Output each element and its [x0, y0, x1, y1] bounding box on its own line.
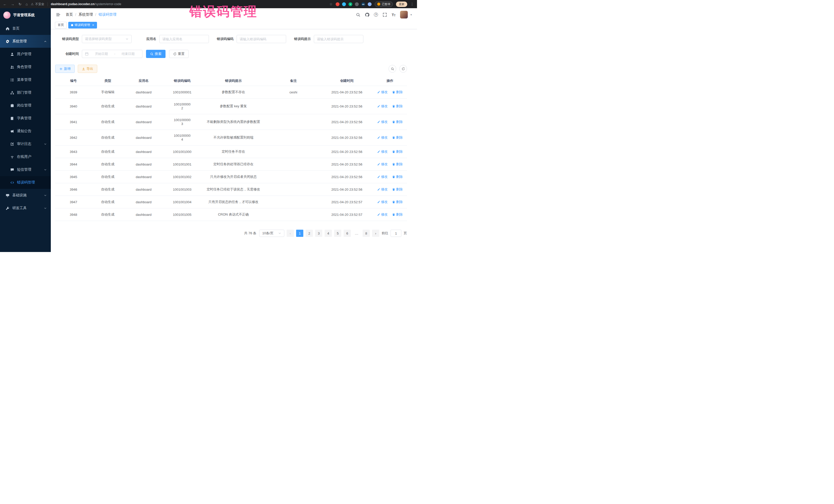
extension-icon[interactable] [368, 2, 372, 6]
sidebar-item[interactable]: 字典管理 [0, 112, 51, 125]
cell-time: 2021-04-20 23:52:56 [321, 158, 373, 171]
delete-link[interactable]: 删除 [392, 175, 403, 179]
menu-icon [10, 65, 14, 69]
sidebar-item[interactable]: 角色管理 [0, 61, 51, 73]
reload-button[interactable]: ↻ [19, 2, 22, 6]
avatar-caret-icon[interactable]: ▾ [410, 13, 412, 17]
breadcrumb-home[interactable]: 首页 [66, 12, 73, 17]
browser-menu-icon[interactable]: ⋮ [410, 2, 414, 6]
url-bar[interactable]: dashboard.yudao.iocoder.cn/system/error-… [51, 2, 121, 6]
bookmark-star-icon[interactable]: ☆ [329, 2, 333, 6]
cell-actions: 修改 删除 [373, 114, 407, 130]
page-button[interactable]: 1 [296, 230, 303, 237]
page-button[interactable]: 3 [315, 230, 322, 237]
goto-page-input[interactable] [391, 230, 401, 237]
sidebar-item[interactable]: 审计日志 [0, 137, 51, 150]
trash-icon [392, 120, 395, 124]
sidebar-item[interactable]: 菜单管理 [0, 73, 51, 86]
hamburger-icon[interactable] [56, 12, 61, 17]
page-button[interactable]: 8 [363, 230, 370, 237]
prev-page-button[interactable]: ‹ [287, 230, 294, 237]
tab-home[interactable]: 首页 [55, 22, 67, 28]
edit-link[interactable]: 修改 [377, 104, 388, 109]
delete-link[interactable]: 删除 [392, 187, 403, 192]
error-code-input[interactable] [240, 37, 283, 41]
edit-link[interactable]: 修改 [377, 212, 388, 217]
edit-link[interactable]: 修改 [377, 135, 388, 140]
next-page-button[interactable]: › [372, 230, 379, 237]
edit-link[interactable]: 修改 [377, 90, 388, 94]
page-button[interactable]: 5 [334, 230, 341, 237]
sidebar-item[interactable]: 在线用户 [0, 150, 51, 163]
sidebar-item-label: 字典管理 [17, 116, 47, 120]
edit-link[interactable]: 修改 [377, 200, 388, 204]
sidebar-item[interactable]: 首页 [0, 22, 51, 35]
search-button[interactable]: 搜索 [146, 50, 166, 58]
forward-button[interactable]: → [11, 2, 14, 6]
sidebar-item[interactable]: 研发工具 [0, 202, 51, 215]
refresh-icon [402, 67, 405, 70]
extension-icon[interactable]: on [361, 2, 365, 6]
page-size-select[interactable]: 10条/页 [259, 230, 284, 237]
sidebar-item[interactable]: 错误码管理 [0, 176, 51, 189]
page-button[interactable]: 6 [344, 230, 351, 237]
error-hint-input[interactable] [317, 37, 360, 41]
tab-close-icon[interactable]: × [92, 23, 94, 27]
error-hint-label: 错误码提示 [286, 37, 311, 41]
browser-home-button[interactable]: ⌂ [26, 2, 28, 6]
refresh-table-button[interactable] [399, 65, 407, 73]
update-button[interactable]: 更新 [396, 2, 407, 7]
edit-link[interactable]: 修改 [377, 187, 388, 192]
delete-link[interactable]: 删除 [392, 90, 403, 94]
page-button[interactable]: 2 [306, 230, 313, 237]
add-button[interactable]: 新增 [55, 65, 75, 73]
sidebar-item[interactable]: 部门管理 [0, 86, 51, 99]
date-range-picker[interactable]: 开始日期 - 结束日期 [82, 50, 142, 58]
cell-time: 2021-04-20 23:52:56 [321, 98, 373, 114]
help-icon[interactable]: ? [374, 13, 378, 17]
reset-button[interactable]: 重置 [169, 50, 189, 58]
sidebar-item[interactable]: 基础设施 [0, 189, 51, 202]
trash-icon [392, 213, 395, 216]
delete-link[interactable]: 删除 [392, 119, 403, 124]
toggle-search-button[interactable] [389, 65, 396, 73]
edit-link[interactable]: 修改 [377, 175, 388, 179]
sidebar-item[interactable]: 系统管理 [0, 35, 51, 48]
tab-error-code[interactable]: 错误码管理 × [68, 22, 97, 28]
profile-chip[interactable]: 已暂停 [375, 2, 393, 7]
delete-link[interactable]: 删除 [392, 200, 403, 204]
delete-link[interactable]: 删除 [392, 212, 403, 217]
sidebar-item[interactable]: 岗位管理 [0, 99, 51, 112]
table-row: 3944 自动生成 dashboard 1001001001 定时任务的处理器已… [55, 158, 407, 171]
extension-icon[interactable] [342, 2, 346, 6]
breadcrumb-system[interactable]: 系统管理 [79, 12, 93, 17]
sidebar-item[interactable]: 短信管理 [0, 163, 51, 176]
delete-link[interactable]: 删除 [392, 149, 403, 154]
app-name-input[interactable] [162, 37, 206, 41]
delete-link[interactable]: 删除 [392, 135, 403, 140]
export-button[interactable]: 导出 [78, 65, 97, 73]
back-button[interactable]: ← [3, 2, 7, 6]
menu-icon [10, 168, 14, 172]
delete-link[interactable]: 删除 [392, 104, 403, 109]
font-size-icon[interactable]: TT [392, 13, 395, 17]
fullscreen-icon[interactable] [382, 13, 387, 17]
sidebar-item[interactable]: 用户管理 [0, 48, 51, 61]
extension-icon[interactable] [336, 2, 339, 6]
search-icon[interactable] [356, 13, 360, 17]
error-type-select[interactable]: 请选择错误码类型 [82, 35, 132, 43]
page-button[interactable]: 4 [325, 230, 332, 237]
extension-icon[interactable] [355, 2, 359, 6]
table-row: 3946 自动生成 dashboard 1001001003 定时任务已经处于该… [55, 183, 407, 196]
extension-icon[interactable]: V [349, 2, 352, 6]
cell-actions: 修改 删除 [373, 171, 407, 183]
user-avatar[interactable] [400, 11, 408, 19]
github-icon[interactable] [365, 13, 369, 17]
delete-link[interactable]: 删除 [392, 162, 403, 167]
page-button[interactable]: ... [353, 230, 360, 237]
edit-link[interactable]: 修改 [377, 162, 388, 167]
security-badge[interactable]: ⚠ 不安全 [31, 2, 44, 6]
sidebar-item[interactable]: 通知公告 [0, 125, 51, 137]
edit-link[interactable]: 修改 [377, 149, 388, 154]
edit-link[interactable]: 修改 [377, 119, 388, 124]
